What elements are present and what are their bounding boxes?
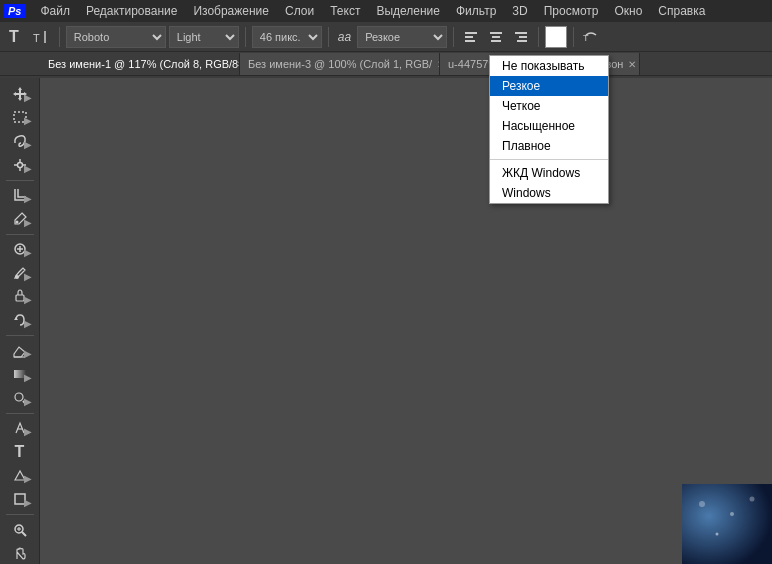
left-tool-sep-5 [6,514,34,515]
lasso-tool[interactable]: ▶ [5,130,35,152]
svg-rect-6 [492,36,500,38]
menu-layers[interactable]: Слои [278,2,321,20]
menu-filter[interactable]: Фильтр [449,2,503,20]
svg-point-18 [15,220,18,223]
eraser-tool[interactable]: ▶ [5,340,35,362]
marquee-tool[interactable]: ▶ [5,107,35,129]
options-toolbar: T T Roboto Light Regular Bold 46 пикс. а… [0,22,772,52]
menubar: Ps Файл Редактирование Изображение Слои … [0,0,772,22]
stamp-tool[interactable]: ▶ [5,286,35,308]
warp-text-button[interactable]: T [580,26,602,48]
svg-point-35 [730,512,734,516]
eyedropper-tool[interactable]: ▶ [5,208,35,230]
dropdown-item-5[interactable]: ЖКД Windows [490,163,608,183]
brush-tool-arrow: ▶ [24,271,32,282]
eraser-tool-arrow: ▶ [24,348,32,359]
font-style-select[interactable]: Light Regular Bold [169,26,239,48]
dropdown-item-0[interactable]: Не показывать [490,56,608,76]
brush-tool[interactable]: ▶ [5,262,35,284]
separator-5 [538,27,539,47]
history-tool[interactable]: ▶ [5,309,35,331]
separator-3 [328,27,329,47]
menu-view[interactable]: Просмотр [537,2,606,20]
dropdown-item-6[interactable]: Windows [490,183,608,203]
left-tool-sep-2 [6,234,34,235]
svg-point-37 [716,533,719,536]
magic-wand-tool[interactable]: ▶ [5,154,35,176]
tabs-bar: Без имени-1 @ 117% (Слой 8, RGB/8#) * ✕ … [0,52,772,76]
align-right-button[interactable] [510,26,532,48]
shape-tool[interactable]: ▶ [5,488,35,510]
left-tool-sep-4 [6,413,34,414]
zoom-tool[interactable] [5,519,35,541]
aa-label: аа [335,30,354,44]
svg-point-26 [15,393,23,401]
path-select-tool[interactable]: ▶ [5,465,35,487]
separator-4 [453,27,454,47]
magic-wand-tool-arrow: ▶ [24,163,32,174]
svg-line-30 [22,532,26,536]
svg-rect-3 [465,36,473,38]
tab-2-close[interactable]: ✕ [628,59,636,70]
dropdown-item-2[interactable]: Четкое [490,96,608,116]
heal-tool-arrow: ▶ [24,247,32,258]
align-center-button[interactable] [485,26,507,48]
move-tool-arrow: ▶ [24,92,32,103]
move-tool[interactable]: ▶ [5,83,35,105]
font-size-select[interactable]: 46 пикс. [252,26,322,48]
crop-tool-arrow: ▶ [24,193,32,204]
gradient-tool-arrow: ▶ [24,372,32,383]
svg-rect-33 [682,484,772,564]
menu-select[interactable]: Выделение [369,2,447,20]
text-color-swatch[interactable] [545,26,567,48]
tab-0[interactable]: Без имени-1 @ 117% (Слой 8, RGB/8#) * ✕ [40,53,240,75]
shape-tool-arrow: ▶ [24,497,32,508]
pen-tool-arrow: ▶ [24,426,32,437]
menu-image[interactable]: Изображение [186,2,276,20]
crop-tool[interactable]: ▶ [5,184,35,206]
svg-rect-10 [517,40,527,42]
separator-2 [245,27,246,47]
canvas-thumbnail [682,484,772,564]
stamp-tool-arrow: ▶ [24,294,32,305]
left-tool-sep-1 [6,180,34,181]
menu-text[interactable]: Текст [323,2,367,20]
menu-3d[interactable]: 3D [505,2,534,20]
dropdown-separator [490,159,608,160]
antialiasing-dropdown[interactable]: Не показывать Резкое Четкое Насыщенное П… [489,55,609,204]
align-left-button[interactable] [460,26,482,48]
svg-point-17 [17,162,22,167]
canvas-area [40,78,772,564]
svg-rect-5 [490,32,502,34]
separator-6 [573,27,574,47]
type-tool[interactable]: T [5,441,35,463]
dropdown-item-4[interactable]: Плавное [490,136,608,156]
pen-tool[interactable]: ▶ [5,417,35,439]
font-name-select[interactable]: Roboto [66,26,166,48]
antialiasing-select[interactable]: Резкое Не показывать Четкое Насыщенное П… [357,26,447,48]
dropdown-item-1[interactable]: Резкое [490,76,608,96]
hand-tool[interactable] [5,542,35,564]
svg-point-22 [15,275,19,279]
svg-text:T: T [33,32,40,44]
text-tool-button[interactable]: T [4,26,24,48]
left-toolbar: ▶ ▶ ▶ ▶ ▶ ▶ ▶ ▶ ▶ ▶ ▶ ▶ [0,78,40,564]
svg-rect-8 [515,32,527,34]
text-orientation-button[interactable]: T [27,27,53,47]
ps-logo: Ps [4,4,25,18]
svg-rect-7 [491,40,501,42]
dodge-tool[interactable]: ▶ [5,387,35,409]
svg-rect-2 [465,32,477,34]
svg-point-34 [699,501,705,507]
svg-point-36 [750,497,755,502]
tab-1[interactable]: Без имени-3 @ 100% (Слой 1, RGB/ ✕ [240,53,440,75]
dropdown-item-3[interactable]: Насыщенное [490,116,608,136]
menu-edit[interactable]: Редактирование [79,2,184,20]
path-select-tool-arrow: ▶ [24,473,32,484]
menu-file[interactable]: Файл [33,2,77,20]
marquee-tool-arrow: ▶ [24,115,32,126]
heal-tool[interactable]: ▶ [5,238,35,260]
menu-window[interactable]: Окно [607,2,649,20]
menu-help[interactable]: Справка [651,2,712,20]
gradient-tool[interactable]: ▶ [5,363,35,385]
